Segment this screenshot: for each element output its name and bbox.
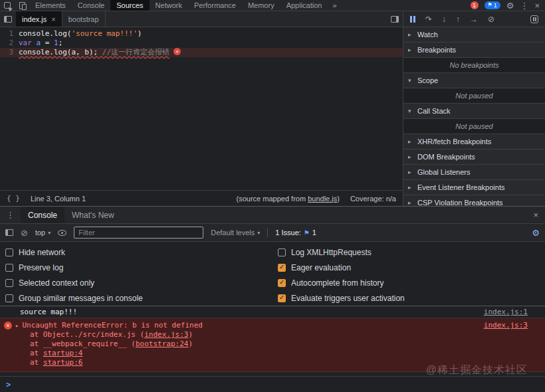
- stack-link[interactable]: startup:4: [43, 349, 83, 357]
- section-label: Call Stack: [417, 107, 451, 115]
- pause-script-icon[interactable]: [410, 16, 415, 23]
- sidebar-section-csp-violation-breakpoints[interactable]: ▸CSP Violation Breakpoints: [403, 195, 545, 206]
- code-token: =: [41, 39, 54, 48]
- settings-gear-icon[interactable]: ⚙: [506, 1, 514, 10]
- setting-group-similar: Group similar messages in console: [5, 290, 278, 306]
- source-map-note: (source mapped from bundle.js): [237, 195, 340, 203]
- drawer-tab-console[interactable]: Console: [21, 207, 64, 223]
- line-number[interactable]: 2: [0, 39, 19, 48]
- drawer-menu-icon[interactable]: ⋮: [0, 210, 21, 220]
- settings-column-left: Hide network Preserve log Selected conte…: [5, 245, 278, 306]
- device-toolbar-icon: [19, 2, 25, 9]
- console-toolbar: ⊘ top▾ Default levels▾ 1 Issue:⚑1 ⚙: [0, 224, 545, 242]
- checkbox-label: Hide network: [19, 248, 65, 257]
- toggle-debugger-sidebar-button[interactable]: [387, 11, 403, 27]
- expand-arrow-icon[interactable]: ▸: [15, 321, 19, 330]
- checkbox-label: Log XMLHttpRequests: [291, 248, 372, 257]
- pretty-print-button[interactable]: { }: [7, 194, 20, 203]
- checkbox[interactable]: [5, 264, 13, 272]
- checkbox-checked[interactable]: [278, 294, 286, 302]
- line-number[interactable]: 1: [0, 29, 19, 39]
- stack-frame: at startup:4: [0, 349, 545, 358]
- sidebar-section-global-listeners[interactable]: ▸Global Listeners: [403, 165, 545, 180]
- stack-text: at: [30, 358, 43, 367]
- error-count-badge[interactable]: 1: [471, 1, 479, 9]
- issues-label: 1 Issue:: [275, 229, 301, 237]
- source-map-text: (source mapped from: [237, 195, 308, 203]
- cursor-position: Line 3, Column 1: [31, 195, 86, 203]
- source-location-link[interactable]: index.js:1: [484, 308, 528, 316]
- device-toolbar-button[interactable]: [15, 0, 29, 11]
- prompt-chevron-icon: >: [6, 380, 11, 389]
- step-over-icon[interactable]: ↷: [425, 15, 432, 23]
- debugger-toolbar: ↷ ↓ ↑ → ⊘: [403, 11, 545, 27]
- stack-link[interactable]: startup:6: [43, 358, 83, 367]
- show-navigator-button[interactable]: [0, 11, 16, 27]
- step-icon[interactable]: →: [470, 15, 478, 23]
- issues-chip[interactable]: 1 Issue:⚑1: [275, 229, 316, 237]
- deactivate-breakpoints-icon[interactable]: ⊘: [488, 15, 494, 23]
- stack-text: at Object../src/index.js (: [30, 330, 144, 339]
- section-label: Watch: [417, 31, 438, 39]
- stack-frame: at Object../src/index.js (index.js:3): [0, 330, 545, 340]
- more-options-icon[interactable]: ⋮: [520, 1, 528, 10]
- drawer-tab-whats-new[interactable]: What's New: [64, 207, 122, 223]
- stack-text: at: [30, 349, 43, 357]
- navigator-panel-icon: [4, 16, 12, 23]
- more-tabs-icon[interactable]: »: [328, 1, 341, 9]
- close-devtools-icon[interactable]: ×: [534, 1, 540, 10]
- line-number[interactable]: 3: [0, 48, 19, 57]
- file-tab-bootstrap[interactable]: bootstrap: [62, 11, 106, 27]
- close-tab-icon[interactable]: ×: [51, 15, 55, 23]
- console-prompt[interactable]: >: [0, 376, 545, 392]
- tab-application[interactable]: Application: [280, 0, 328, 11]
- tab-console[interactable]: Console: [72, 0, 110, 11]
- context-selector[interactable]: top▾: [35, 229, 51, 237]
- issues-count: 1: [312, 229, 316, 237]
- pause-bars-icon: [533, 17, 536, 21]
- source-map-link[interactable]: bundle.js: [308, 195, 337, 203]
- sidebar-section-watch[interactable]: ▸Watch: [403, 27, 545, 43]
- console-settings-gear-icon[interactable]: ⚙: [532, 228, 540, 238]
- filter-input[interactable]: [74, 227, 203, 239]
- source-location-link[interactable]: index.js:3: [484, 321, 528, 330]
- code-editor[interactable]: 1console.log('source map!!!') 2var a = 1…: [0, 27, 403, 190]
- inspect-element-button[interactable]: [0, 0, 15, 11]
- stack-text: at __webpack_require__ (: [30, 340, 136, 348]
- sidebar-section-call-stack[interactable]: ▾Call Stack: [403, 104, 545, 119]
- tab-elements[interactable]: Elements: [29, 0, 72, 11]
- pause-on-exceptions-icon[interactable]: [530, 15, 538, 23]
- close-drawer-icon[interactable]: ×: [526, 210, 545, 220]
- sidebar-section-breakpoints[interactable]: ▸Breakpoints: [403, 43, 545, 58]
- checkbox[interactable]: [5, 248, 13, 256]
- log-levels-dropdown[interactable]: Default levels▾: [211, 229, 260, 237]
- live-expression-eye-icon[interactable]: [58, 230, 66, 236]
- tab-memory[interactable]: Memory: [242, 0, 280, 11]
- checkbox[interactable]: [5, 279, 13, 287]
- setting-autocomplete-history: Autocomplete from history: [278, 276, 405, 291]
- section-label: Event Listener Breakpoints: [417, 183, 504, 191]
- issues-count-badge[interactable]: ⚑1: [485, 1, 500, 9]
- file-tab-indexjs[interactable]: index.js ×: [16, 11, 62, 27]
- sidebar-section-scope[interactable]: ▾Scope: [403, 73, 545, 88]
- tab-network[interactable]: Network: [150, 0, 188, 11]
- sidebar-section-dom-breakpoints[interactable]: ▸DOM Breakpoints: [403, 149, 545, 165]
- checkbox-checked[interactable]: [278, 264, 286, 272]
- sidebar-section-event-listener-breakpoints[interactable]: ▸Event Listener Breakpoints: [403, 180, 545, 195]
- tab-performance[interactable]: Performance: [188, 0, 242, 11]
- code-token: ;: [58, 39, 63, 48]
- step-out-icon[interactable]: ↑: [456, 15, 460, 23]
- chevron-down-icon: ▾: [257, 230, 260, 236]
- context-label: top: [35, 229, 45, 237]
- checkbox-checked[interactable]: [278, 279, 286, 287]
- checkbox-label: Eager evaluation: [291, 263, 351, 272]
- stack-link[interactable]: bootstrap:24: [136, 340, 188, 348]
- checkbox[interactable]: [278, 248, 286, 256]
- stack-link[interactable]: index.js:3: [144, 330, 188, 339]
- tab-sources[interactable]: Sources: [110, 0, 149, 11]
- clear-console-icon[interactable]: ⊘: [21, 229, 28, 237]
- sidebar-section-xhr-breakpoints[interactable]: ▸XHR/fetch Breakpoints: [403, 134, 545, 149]
- step-into-icon[interactable]: ↓: [442, 15, 446, 23]
- checkbox[interactable]: [5, 294, 13, 302]
- console-sidebar-icon[interactable]: [5, 229, 13, 236]
